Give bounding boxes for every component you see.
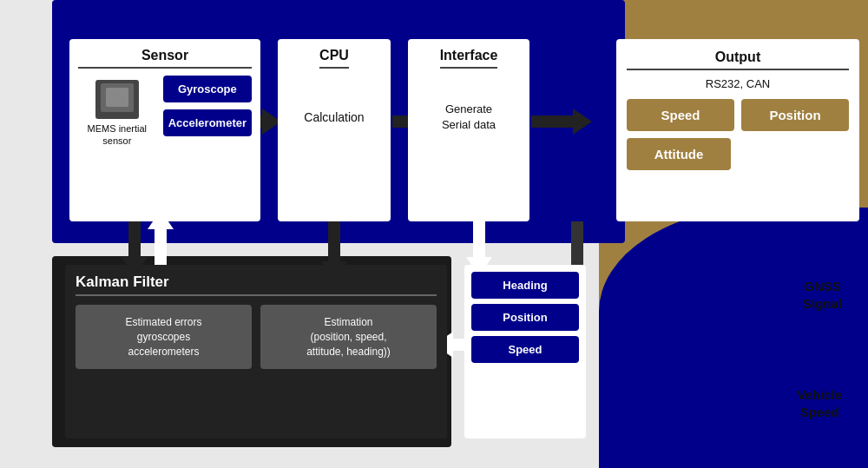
gnss-signal-label: GNSSSignal bbox=[803, 278, 842, 312]
blue-shape-right bbox=[599, 208, 868, 468]
position-btn: Position bbox=[741, 99, 849, 131]
estimation-btn: Estimation(position, speed,attitude, hea… bbox=[260, 305, 437, 369]
output-buttons-row: Speed Position bbox=[627, 99, 849, 131]
vehicle-speed-label: VehicleSpeed bbox=[797, 386, 842, 420]
arrow-gnss-down-body bbox=[571, 221, 583, 269]
mems-label: MEMS inertial sensor bbox=[78, 122, 156, 148]
accelerometer-btn: Accelerometer bbox=[163, 109, 252, 136]
generate-serial-label: GenerateSerial data bbox=[442, 102, 496, 133]
output-title: Output bbox=[627, 49, 849, 70]
cpu-title: CPU bbox=[319, 48, 349, 69]
sensor-title: Sensor bbox=[78, 48, 252, 69]
kalman-title: Kalman Filter bbox=[76, 274, 437, 296]
errors-btn: Estimated errorsgyroscopesaccelerometers bbox=[76, 305, 252, 369]
output-subtitle: RS232, CAN bbox=[627, 77, 849, 90]
sensor-content: MEMS inertial sensor Gyroscope Accelerom… bbox=[78, 76, 252, 148]
gnss-speed-btn: Speed bbox=[471, 336, 579, 363]
speed-btn: Speed bbox=[627, 99, 734, 131]
kalman-content: Estimated errorsgyroscopesaccelerometers… bbox=[76, 305, 437, 369]
sensor-buttons: Gyroscope Accelerometer bbox=[163, 76, 252, 136]
kalman-box: Kalman Filter Estimated errorsgyroscopes… bbox=[65, 265, 447, 438]
arrow-interface-output-body bbox=[531, 115, 575, 128]
interface-title: Interface bbox=[440, 48, 498, 69]
sensor-box: Sensor MEMS inertial sensor Gyroscope Ac… bbox=[69, 39, 260, 221]
output-box: Output RS232, CAN Speed Position Attitud… bbox=[616, 39, 859, 221]
heading-btn: Heading bbox=[471, 272, 579, 299]
gnss-box: Heading Position Speed bbox=[464, 265, 586, 438]
interface-box: Interface GenerateSerial data bbox=[408, 39, 529, 221]
gyroscope-btn: Gyroscope bbox=[163, 76, 252, 102]
sensor-chip-image bbox=[95, 80, 139, 119]
attitude-btn: Attitude bbox=[627, 138, 731, 170]
arrow-interface-output-head bbox=[573, 109, 592, 135]
cpu-box: CPU Calculation bbox=[278, 39, 391, 221]
calculation-label: Calculation bbox=[304, 110, 364, 124]
arrow-cpu-interface-body bbox=[392, 115, 410, 128]
gnss-position-btn: Position bbox=[471, 304, 579, 331]
main-container: Sensor MEMS inertial sensor Gyroscope Ac… bbox=[0, 0, 868, 468]
